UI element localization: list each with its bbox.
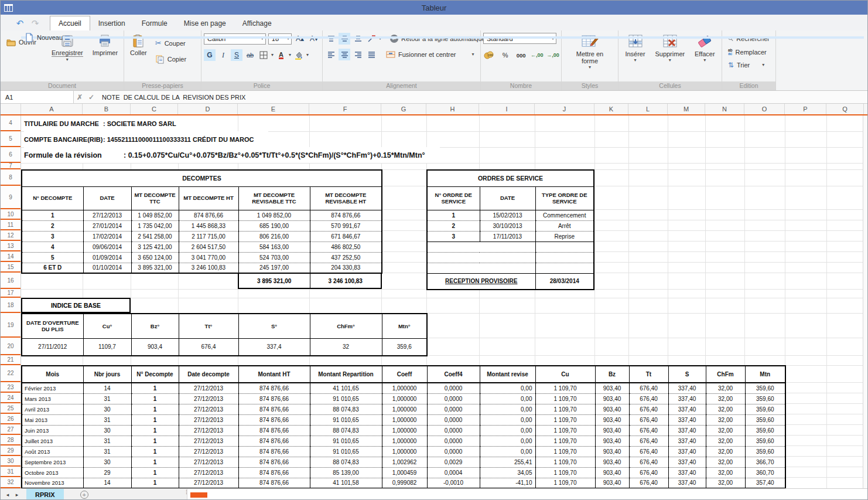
justify-button[interactable] [365,49,377,60]
cell[interactable]: 91 010,65 [310,414,382,425]
cell[interactable]: 27/12/2013 [179,467,238,478]
column-header[interactable]: P [785,104,826,114]
cell[interactable]: 903,40 [595,393,629,404]
find-button[interactable]: Rechercher [725,33,773,45]
cell[interactable]: Août 2013 [22,446,83,457]
row-header[interactable]: 8 [1,169,20,186]
cell[interactable]: 245 197,00 [238,263,310,273]
tab-insertion[interactable]: Insertion [90,16,134,30]
cell[interactable]: 1,000000 [382,425,427,436]
delete-dropdown-icon[interactable]: ▾ [669,59,671,62]
fill-color-dropdown-icon[interactable]: ▾ [306,53,309,57]
cell[interactable]: 1 109,70 [535,457,595,467]
row-header[interactable]: 23 [1,382,20,393]
align-top-button[interactable] [325,33,337,45]
column-header[interactable]: G [381,104,426,114]
cell[interactable]: 337,40 [668,436,706,446]
column-header[interactable]: A [21,104,83,114]
cell[interactable]: 1 109,70 [535,393,595,404]
cell[interactable]: 0,00 [480,436,535,446]
cell[interactable]: 1,000000 [382,414,427,425]
borders-button[interactable] [258,49,269,61]
text-orientation-button[interactable] [365,33,377,45]
cell[interactable]: Février 2013 [22,383,83,393]
prev-sheet-button[interactable]: ◂ [3,492,12,498]
cell[interactable]: 85 139,00 [310,467,382,478]
cell[interactable]: 359,60 [745,404,785,414]
cell[interactable]: 676,40 [629,383,668,393]
cell[interactable]: 01/10/2014 [83,263,131,273]
cell[interactable]: Mars 2013 [22,393,83,404]
align-bottom-button[interactable] [352,33,364,45]
cell[interactable]: 41 101,65 [310,383,382,393]
cell[interactable]: 3 [427,231,480,242]
cell[interactable]: 1,000459 [382,467,427,478]
format-table-dropdown-icon[interactable]: ▾ [589,66,591,69]
cell[interactable]: 360,70 [745,467,785,478]
cell[interactable]: 524 703,00 [238,252,310,263]
cell[interactable]: 2 541 258,00 [131,231,179,242]
cell[interactable]: 32,00 [706,393,745,404]
cell[interactable]: 0,999082 [382,478,427,488]
cell[interactable]: 1 109,70 [535,425,595,436]
vertical-scrollbar[interactable] [863,115,867,488]
cell[interactable]: 1 109,70 [535,467,595,478]
cell[interactable]: 1 [131,436,179,446]
row-header[interactable]: 9 [1,186,20,209]
cell[interactable]: 14 [83,478,131,488]
row-header[interactable]: 18 [1,298,20,313]
save-dropdown-icon[interactable]: ▾ [66,58,69,62]
cell[interactable]: 3 246 100,83 [179,263,238,273]
row-header[interactable]: 11 [1,220,20,230]
sheet-tab-rprix[interactable]: RPRIX [26,489,64,500]
insert-dropdown-icon[interactable]: ▾ [634,59,637,62]
percent-format-button[interactable]: % [500,49,511,61]
cell[interactable] [535,252,594,263]
cell[interactable]: 874 876,66 [310,210,382,220]
cell[interactable]: Mai 2013 [22,414,83,425]
cell[interactable]: 30 [83,457,131,467]
cell[interactable]: 337,40 [668,457,706,467]
horizontal-scrollbar-track[interactable] [187,489,867,500]
row-header[interactable]: 30 [1,456,20,467]
cell[interactable] [535,263,594,273]
row-header[interactable]: 6 [1,147,20,163]
cell[interactable]: 676,40 [629,414,668,425]
cell[interactable]: 27/11/2012 [22,338,83,356]
cell[interactable]: 874 876,66 [238,393,310,404]
cell[interactable]: 1 109,70 [535,478,595,488]
row-header[interactable]: 27 [1,424,20,435]
cell[interactable]: 903,40 [595,404,629,414]
row-header[interactable]: 16 [1,273,20,289]
sheet-grid[interactable]: 4567891011121314151617181920212223242526… [1,115,867,488]
cell[interactable]: 30/10/2013 [480,220,535,231]
strikethrough-button[interactable]: ab [244,49,256,61]
cell[interactable]: 34,05 [480,467,535,478]
cell[interactable]: 3 650 124,00 [131,252,179,263]
cell[interactable]: 874 876,66 [238,467,310,478]
cell[interactable]: Avril 2013 [22,404,83,414]
cell[interactable] [427,263,535,273]
row-header[interactable]: 4 [1,115,20,131]
cell[interactable]: 09/06/2014 [83,242,131,252]
column-header[interactable]: N [705,104,744,114]
cell[interactable]: 1109,7 [83,338,131,356]
cell[interactable]: 17/02/2014 [83,231,131,242]
row-header[interactable]: 5 [1,131,20,147]
cell[interactable]: 15/02/2013 [480,210,535,220]
cell[interactable]: 3 895 321,00 [131,263,179,273]
cell[interactable]: 1 [131,457,179,467]
row-header[interactable]: 24 [1,393,20,403]
cell[interactable]: 88 074,83 [310,404,382,414]
cell[interactable]: 359,60 [745,425,785,436]
cell[interactable]: 874 876,66 [238,404,310,414]
cell[interactable]: 366,70 [745,457,785,467]
cell[interactable]: 337,4 [238,338,310,356]
cell[interactable]: 2 [22,220,83,231]
cell[interactable]: 1 [131,414,179,425]
cell[interactable]: 903,40 [595,478,629,488]
cell[interactable]: 1 [131,404,179,414]
column-header[interactable]: F [309,104,381,114]
cell[interactable]: 676,40 [629,467,668,478]
column-header[interactable]: K [594,104,628,114]
